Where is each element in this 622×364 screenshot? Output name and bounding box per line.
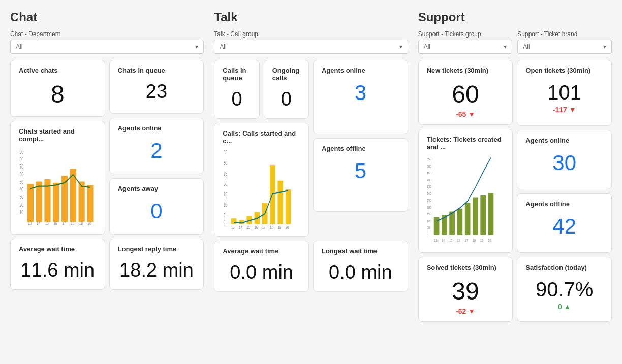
chats-in-queue-label: Chats in queue (118, 67, 196, 74)
talk-longest-wait-card: Longest wait time 0.0 min (313, 241, 408, 292)
ongoing-calls-value: 0 (272, 84, 300, 112)
support-agents-online-card: Agents online 30 (517, 130, 612, 189)
chat-department-filter-group: Chat - Department All ▾ (10, 30, 204, 54)
svg-text:13: 13 (231, 224, 235, 230)
talk-longest-wait-label: Longest wait time (322, 247, 399, 255)
talk-callgroup-chevron: ▾ (399, 43, 402, 50)
svg-text:14: 14 (37, 221, 40, 226)
new-tickets-label: New tickets (30min) (427, 67, 505, 74)
new-tickets-value: 60 (427, 76, 505, 110)
support-title: Support (418, 10, 612, 24)
support-ticketbrand-chevron: ▾ (603, 43, 606, 50)
svg-text:80: 80 (20, 156, 24, 162)
svg-text:19: 19 (278, 224, 282, 230)
support-ticketbrand-select[interactable]: All ▾ (517, 40, 612, 54)
chat-department-chevron: ▾ (195, 43, 198, 50)
talk-callgroup-value: All (220, 43, 226, 50)
chat-longest-reply-card: Longest reply time 18.2 min (109, 239, 204, 290)
chat-right-col: Chats in queue 23 Agents online 2 Agents… (109, 60, 204, 235)
chat-chart-area: 90 80 70 60 50 40 30 20 10 (19, 147, 97, 228)
svg-text:19: 19 (480, 238, 483, 242)
support-chart-svg: 550 500 450 400 350 300 250 200 150 100 … (427, 155, 505, 246)
svg-text:40: 40 (20, 186, 24, 192)
talk-callgroup-label: Talk - Call group (214, 30, 408, 38)
svg-text:20: 20 (20, 202, 24, 208)
svg-text:300: 300 (427, 191, 431, 195)
talk-chart-svg: 35 30 25 20 15 10 5 0 (223, 149, 300, 230)
svg-text:15: 15 (224, 191, 228, 197)
svg-text:13: 13 (28, 221, 32, 226)
solved-tickets-delta-icon: ▼ (468, 307, 475, 315)
svg-text:18: 18 (71, 221, 74, 226)
svg-text:50: 50 (20, 179, 24, 185)
satisfaction-card: Satisfaction (today) 90.7% 0 ▲ (517, 257, 612, 322)
talk-avg-wait-value: 0.0 min (223, 257, 300, 285)
chat-agents-online-card: Agents online 2 (109, 118, 204, 174)
support-ticketbrand-label: Support - Ticket brand (517, 30, 612, 38)
svg-rect-16 (87, 185, 93, 222)
support-ticketgroup-select[interactable]: All ▾ (418, 40, 513, 54)
svg-rect-39 (278, 181, 284, 224)
talk-section: Talk Talk - Call group All ▾ Calls in qu… (214, 10, 408, 322)
solved-tickets-card: Solved tickets (30min) 39 -62 ▼ (418, 257, 513, 322)
support-ticketgroup-chevron: ▾ (504, 43, 507, 50)
chat-agents-online-label: Agents online (118, 124, 196, 132)
svg-rect-9 (27, 184, 34, 222)
chat-department-select[interactable]: All ▾ (10, 40, 204, 54)
satisfaction-label: Satisfaction (today) (525, 263, 603, 271)
calls-in-queue-label: Calls in queue (223, 67, 251, 82)
support-filters: Support - Tickets group All ▾ Support - … (418, 30, 612, 54)
svg-text:90: 90 (20, 149, 24, 155)
svg-rect-66 (473, 197, 478, 235)
svg-text:200: 200 (427, 205, 431, 209)
svg-text:13: 13 (433, 238, 437, 242)
talk-agents-online-label: Agents online (322, 67, 399, 74)
support-chart-area: 550 500 450 400 350 300 250 200 150 100 … (427, 155, 505, 246)
svg-text:5: 5 (224, 212, 226, 218)
talk-callgroup-select[interactable]: All ▾ (214, 40, 408, 54)
svg-text:0: 0 (224, 219, 226, 225)
svg-rect-67 (480, 195, 486, 235)
svg-text:10: 10 (224, 202, 228, 208)
support-agents-offline-label: Agents offline (525, 200, 603, 208)
open-tickets-delta: -117 ▼ (525, 106, 603, 114)
chats-in-queue-value: 23 (118, 76, 196, 105)
svg-text:14: 14 (239, 224, 242, 230)
open-tickets-card: Open tickets (30min) 101 -117 ▼ (517, 60, 612, 126)
open-tickets-delta-value: -117 (553, 106, 567, 114)
chat-longest-reply-value: 18.2 min (118, 255, 196, 283)
talk-chart-label: Calls: Calls started and c... (223, 129, 300, 145)
active-chats-card: Active chats 8 (10, 60, 105, 117)
solved-tickets-label: Solved tickets (30min) (427, 263, 505, 271)
talk-agents-offline-label: Agents offline (322, 145, 399, 152)
support-ticketbrand-value: All (523, 43, 530, 50)
new-tickets-delta: -65 ▼ (427, 110, 505, 118)
solved-tickets-delta-value: -62 (456, 307, 466, 315)
svg-text:16: 16 (255, 224, 258, 230)
support-ticketgroup-value: All (424, 43, 430, 50)
talk-top-cards: Calls in queue 0 Ongoing calls 0 (214, 60, 309, 119)
support-chart-card: Tickets: Tickets created and ... 550 500… (418, 129, 513, 253)
support-top-row: New tickets (30min) 60 -65 ▼ Tickets: Ti… (418, 60, 612, 253)
ongoing-calls-label: Ongoing calls (272, 67, 300, 82)
svg-rect-33 (231, 218, 237, 224)
chat-top-row: Active chats 8 Chats started and compl..… (10, 60, 204, 235)
talk-chart-card: Calls: Calls started and c... 35 30 25 2… (214, 123, 309, 237)
open-tickets-value: 101 (525, 76, 603, 106)
chat-agents-away-label: Agents away (118, 185, 196, 192)
talk-avg-wait-label: Average wait time (223, 247, 300, 255)
svg-text:18: 18 (473, 238, 476, 242)
support-section: Support Support - Tickets group All ▾ Su… (418, 10, 612, 322)
talk-agents-online-value: 3 (322, 76, 399, 107)
chat-avg-wait-label: Average wait time (19, 245, 97, 253)
talk-top-row: Calls in queue 0 Ongoing calls 0 Calls: … (214, 60, 408, 237)
svg-text:250: 250 (427, 198, 431, 202)
chat-department-label: Chat - Department (10, 30, 204, 38)
svg-text:60: 60 (20, 172, 24, 178)
svg-text:20: 20 (488, 238, 491, 242)
svg-text:15: 15 (45, 221, 49, 226)
svg-text:17: 17 (262, 224, 266, 230)
svg-text:550: 550 (427, 157, 431, 161)
talk-right-col: Agents online 3 Agents offline 5 (313, 60, 408, 237)
svg-rect-65 (464, 203, 470, 235)
